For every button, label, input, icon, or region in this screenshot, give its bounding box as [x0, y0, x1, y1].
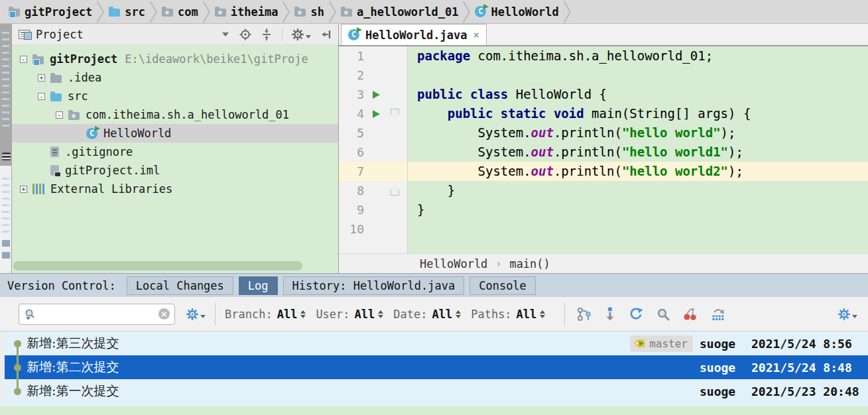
tree-item-external-libraries[interactable]: +External Libraries	[12, 180, 338, 198]
tree-item-gitproject[interactable]: -gitProjectE:\ideawork\beike1\gitProje	[12, 50, 338, 68]
refresh-icon[interactable]	[629, 308, 643, 321]
tool-stripe-active-button[interactable]	[2, 152, 11, 160]
breadcrumb-item-com[interactable]: com	[158, 5, 202, 19]
commit-search-box[interactable]: ×	[19, 304, 175, 325]
search-settings-icon[interactable]	[186, 308, 206, 321]
breadcrumb-item-sh[interactable]: sh	[291, 5, 327, 19]
breadcrumb-class[interactable]: HelloWorld	[420, 257, 487, 270]
code-text[interactable]: }	[408, 200, 868, 219]
tree-item-com-itheima-sh-a-helloworld-01[interactable]: -com.itheima.sh.a_helloworld_01	[12, 105, 338, 124]
tool-stripe-button[interactable]	[2, 252, 10, 259]
project-tool-icon	[19, 30, 30, 39]
chevron-down-icon[interactable]	[221, 32, 229, 37]
collapse-all-icon[interactable]	[261, 29, 272, 40]
tree-item-src[interactable]: -src	[12, 87, 338, 105]
code-text[interactable]	[408, 219, 868, 239]
tree-item-gitignore[interactable]: .gitignore	[12, 143, 338, 161]
run-icon[interactable]	[373, 110, 380, 118]
editor-gutter: 1	[339, 46, 408, 66]
folder-gray-icon	[50, 75, 62, 83]
commit-message: 新增:第二次提交	[27, 359, 119, 376]
commit-row-meta: suoge2021/5/24 8:48	[700, 361, 865, 375]
breadcrumb-item-gitproject[interactable]: gitProject	[5, 5, 95, 19]
tool-stripe-button[interactable]	[2, 240, 10, 247]
code-text[interactable]: System.out.println("hello world1");	[408, 143, 868, 162]
code-text[interactable]: }	[408, 181, 868, 200]
tool-stripe-decoration	[2, 32, 9, 131]
tab-local-changes[interactable]: Local Changes	[127, 276, 233, 295]
branch-ref-master[interactable]: master	[630, 335, 693, 352]
settings-icon[interactable]	[282, 28, 311, 41]
breadcrumb-item-a-helloworld-01[interactable]: a_helloworld_01	[338, 5, 462, 19]
filter-date[interactable]: Date:All	[393, 308, 461, 321]
code-text[interactable]: System.out.println("hello world");	[408, 123, 868, 143]
editor-area: C HelloWorld.java × 1package com.itheima…	[339, 24, 868, 273]
log-settings-icon[interactable]	[837, 308, 857, 321]
branch-graph-icon[interactable]	[577, 308, 591, 321]
fold-collapse-icon[interactable]	[391, 109, 399, 119]
fold-expand-icon[interactable]	[391, 186, 399, 196]
editor-code-fill	[339, 239, 868, 253]
breadcrumb-item-src[interactable]: src	[105, 5, 149, 19]
expander-expand-icon[interactable]: +	[20, 186, 27, 193]
run-icon[interactable]	[373, 91, 380, 99]
line-number: 3	[339, 88, 367, 101]
hide-icon[interactable]	[321, 29, 332, 40]
editor-gutter: 6	[339, 143, 408, 162]
filter-user[interactable]: User:All	[316, 308, 383, 321]
find-icon[interactable]	[656, 308, 670, 321]
expander-collapse-icon[interactable]: -	[20, 56, 27, 63]
expander-collapse-icon[interactable]: -	[38, 93, 45, 100]
commit-row-1[interactable]: 新增:第三次提交mastersuoge2021/5/24 8:56	[5, 331, 868, 355]
line-number: 2	[339, 68, 367, 82]
breadcrumb-method[interactable]: main()	[509, 257, 550, 270]
code-line-9: 9}	[339, 200, 868, 219]
class-icon: C	[86, 128, 97, 139]
breadcrumb-separator-icon	[202, 1, 211, 23]
commit-date: 2021/5/23 20:48	[751, 385, 865, 398]
tab-history-helloworld-java[interactable]: History: HelloWorld.java	[283, 276, 465, 295]
scrollbar-thumb[interactable]	[13, 261, 302, 270]
code-line-3: 3public class HelloWorld {	[339, 85, 868, 104]
commit-search-input[interactable]	[41, 308, 155, 321]
tree-item-idea[interactable]: +.idea	[12, 68, 338, 87]
code-text[interactable]: package com.itheima.sh.a_helloworld_01;	[408, 46, 868, 66]
breadcrumb-item-helloworld[interactable]: CHelloWorld	[471, 5, 562, 19]
tree-item-gitproject-iml[interactable]: gitProject.iml	[12, 161, 338, 180]
tab-log[interactable]: Log	[239, 276, 278, 295]
cherry-pick-icon[interactable]	[683, 307, 698, 321]
code-text[interactable]	[408, 66, 868, 85]
toolbar-separator	[215, 303, 216, 326]
commit-row-2[interactable]: 新增:第二次提交suoge2021/5/24 8:48	[5, 355, 868, 379]
close-tab-icon[interactable]: ×	[473, 29, 480, 41]
tree-item-label: src	[68, 89, 88, 103]
editor-tab-bar: C HelloWorld.java ×	[339, 24, 868, 46]
commit-row-meta: suoge2021/5/23 20:48	[700, 385, 865, 398]
project-horizontal-scrollbar[interactable]	[13, 261, 332, 270]
breadcrumb-separator-icon	[462, 1, 471, 23]
editor-tab-helloworld-java[interactable]: C HelloWorld.java ×	[341, 24, 487, 45]
code-line-10: 10	[339, 219, 868, 239]
version-control-label: Version Control:	[7, 279, 116, 292]
code-text[interactable]: System.out.println("hello world2");	[408, 162, 868, 181]
tab-console[interactable]: Console	[469, 276, 536, 295]
tree-item-helloworld[interactable]: CHelloWorld	[12, 124, 338, 143]
collapse-branches-icon[interactable]	[711, 307, 725, 321]
commit-row-3[interactable]: 新增:第一次提交suoge2021/5/23 20:48	[5, 379, 868, 403]
commit-message: 新增:第一次提交	[27, 383, 119, 400]
locate-icon[interactable]	[239, 29, 251, 40]
expander-expand-icon[interactable]: +	[38, 74, 45, 82]
editor-code: 1package com.itheima.sh.a_helloworld_01;…	[339, 46, 868, 253]
breadcrumb-item-itheima[interactable]: itheima	[212, 5, 282, 19]
go-to-ref-icon[interactable]	[605, 307, 615, 321]
folder-blue-icon	[50, 93, 62, 101]
filter-paths[interactable]: Paths:All	[471, 308, 545, 321]
clear-search-icon[interactable]: ×	[158, 308, 170, 320]
filter-branch[interactable]: Branch:All	[225, 308, 306, 321]
code-text[interactable]: public static void main(String[] args) {	[408, 104, 868, 123]
line-number: 5	[339, 126, 367, 140]
library-icon	[32, 184, 44, 194]
expander-collapse-icon[interactable]: -	[56, 111, 63, 119]
line-number: 6	[339, 145, 367, 159]
code-text[interactable]: public class HelloWorld {	[408, 85, 868, 104]
